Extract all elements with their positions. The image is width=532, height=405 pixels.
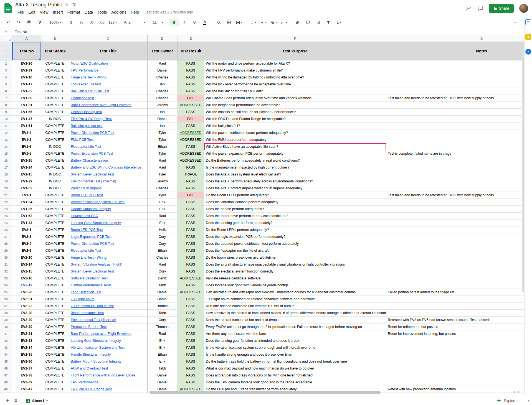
row-header-41[interactable]: 41 [0, 330, 12, 337]
cell-E21[interactable]: FAIL [178, 192, 204, 199]
cell-C41[interactable]: Baro Performance over Flight Envelope [69, 330, 147, 337]
cell-C21[interactable]: Boom LED PCB Test [69, 192, 147, 199]
cell-E9[interactable]: PASS [178, 109, 204, 116]
cell-G6[interactable] [386, 88, 524, 95]
insert-link-button[interactable] [293, 19, 303, 26]
cell-A24[interactable]: EV1-62 [12, 213, 41, 220]
test-title-link[interactable]: Baro Performance over Flight Envelope [71, 103, 131, 107]
cell-E39[interactable]: PASS [178, 317, 204, 324]
cell-G39[interactable]: Retested with EV3 as EV5 had known senso… [386, 317, 524, 324]
cell-F22[interactable]: Does the vibration isolation perform ade… [204, 199, 386, 206]
cell-G3[interactable] [386, 67, 524, 74]
test-title-link[interactable]: Ball Link & Strut Life Test [71, 89, 109, 93]
font-size-select[interactable]: 11▾ [151, 19, 165, 26]
row-header-18[interactable]: 18 [0, 171, 12, 178]
cell-D20[interactable]: Charles [147, 185, 178, 192]
cell-A25[interactable]: EV1-33 [12, 220, 41, 226]
cell-G28[interactable] [386, 240, 524, 247]
cell-A35[interactable]: EV2-20 [12, 289, 41, 296]
cell-F12[interactable]: Will the power distribution board perfor… [204, 129, 386, 136]
column-header-E[interactable]: E [178, 35, 204, 42]
cell-D6[interactable]: Charles [147, 88, 178, 95]
select-all-corner[interactable] [0, 35, 12, 42]
cell-B49[interactable]: COMPLETE [41, 386, 69, 393]
cell-C27[interactable]: Logic Expansion PCB Test [69, 233, 147, 240]
cell-G22[interactable] [386, 199, 524, 206]
header-cell-no[interactable]: Test No [12, 42, 41, 60]
cell-C17[interactable]: Battery and ESC Wiring Compass Interefen… [69, 164, 147, 171]
test-title-link[interactable]: Production Burn-in Test [71, 325, 107, 329]
cell-B44[interactable]: COMPLETE [41, 351, 69, 358]
cell-F32[interactable]: Does the electrical system function corr… [204, 268, 386, 275]
row-header-21[interactable]: 21 [0, 192, 12, 199]
cell-C13[interactable]: FMU PCB Test [69, 136, 147, 143]
row-header-25[interactable]: 25 [0, 220, 12, 226]
row-header-43[interactable]: 43 [0, 344, 12, 351]
borders-button[interactable] [224, 19, 234, 26]
cell-C6[interactable]: Ball Link & Strut Life Test [69, 88, 147, 95]
cell-E44[interactable]: PASS [178, 351, 204, 358]
cell-C37[interactable]: 100hr minimum Burn in time [69, 303, 147, 310]
cell-D3[interactable]: Daniel [147, 67, 178, 74]
cell-A26[interactable]: EV2-1 [12, 226, 41, 233]
side-panel-toggle[interactable]: › [528, 398, 529, 403]
menu-data[interactable]: Data [82, 10, 95, 15]
cell-B41[interactable]: COMPLETE [41, 330, 69, 337]
text-rotate-button[interactable]: ▾ [279, 19, 289, 26]
cell-G15[interactable]: Test is complete, failed items are in tr… [386, 150, 524, 157]
cell-D42[interactable]: Erik [147, 337, 178, 344]
cell-E10[interactable]: FAIL [178, 116, 204, 123]
row-header-4[interactable]: 4 [0, 74, 12, 81]
cell-E31[interactable]: PASS [178, 261, 204, 268]
cell-B19[interactable]: IN DOC [41, 178, 69, 185]
cell-F2[interactable]: Will the motor and drive perform accepta… [204, 60, 386, 67]
functions-button[interactable]: Σ▾ [334, 19, 344, 26]
menu-view[interactable]: View [37, 10, 50, 15]
cell-A15[interactable]: EV1-5 [12, 150, 41, 157]
all-sheets-button[interactable]: ≡ [12, 397, 19, 404]
sheet-tab-sheet1[interactable]: 1 Sheet1 ▾ [23, 396, 51, 405]
keep-icon[interactable] [525, 34, 531, 40]
cell-E46[interactable]: PASS [178, 365, 204, 372]
cell-E45[interactable]: PASS [178, 358, 204, 365]
cell-C3[interactable]: FPV Performance [69, 67, 147, 74]
cell-F17[interactable]: Is the magnetometer impacted by high cur… [204, 164, 386, 171]
cell-G23[interactable] [386, 206, 524, 213]
cell-B33[interactable]: COMPLETE [41, 275, 69, 282]
cell-F48[interactable]: Does the FPV camera footage look good an… [204, 379, 386, 386]
cell-C16[interactable]: Battery Characterization [69, 157, 147, 164]
text-color-button[interactable]: A [200, 19, 210, 26]
cell-D13[interactable]: Tyler [147, 136, 178, 143]
cell-F16[interactable]: Do the Batteries perform adequately in r… [204, 157, 386, 164]
cell-A14[interactable]: EV1-6 [12, 143, 41, 150]
cell-E35[interactable]: ADDRESSED [178, 289, 204, 296]
cell-D31[interactable]: Raul [147, 261, 178, 268]
cell-D27[interactable]: Cory [147, 233, 178, 240]
cell-F31[interactable]: Does the aircraft structure have unaccep… [204, 261, 386, 268]
test-title-link[interactable]: Environmental Test (Thermal) [71, 318, 116, 322]
cell-E14[interactable]: PASS [178, 143, 204, 150]
test-title-link[interactable]: Landing Gear Structural Integrity [71, 339, 121, 343]
cell-D19[interactable]: Jeremy [147, 178, 178, 185]
cell-F24[interactable]: Does the motor drive perform in hot / co… [204, 213, 386, 220]
cell-A31[interactable]: EV2-14 [12, 261, 41, 268]
cell-D9[interactable]: Ian [147, 109, 178, 116]
cell-A23[interactable]: EV1-35 [12, 206, 41, 213]
cell-C43[interactable]: Vibration Isolation System Life Test [69, 344, 147, 351]
cell-C22[interactable]: Vibration Isolation System Life Test [69, 199, 147, 206]
star-icon[interactable]: ☆ [65, 2, 69, 7]
cell-B23[interactable]: COMPLETE [41, 206, 69, 213]
test-title-link[interactable]: Motor/ESC Qualification [71, 62, 108, 65]
cell-G41[interactable]: Room for improvement in tuning, but pass… [386, 330, 524, 337]
row-header-15[interactable]: 15 [0, 150, 12, 157]
cell-E23[interactable]: PASS [178, 206, 204, 213]
cell-D29[interactable]: Ethan [147, 247, 178, 254]
column-header-B[interactable]: B [41, 35, 69, 42]
cell-F9[interactable]: Will the chassis be stiff enough for pay… [204, 109, 386, 116]
cell-D12[interactable]: Tyler [147, 129, 178, 136]
cell-C30[interactable]: Hinge Life Test - Wiring [69, 254, 147, 261]
cell-A45[interactable]: EV2-36 [12, 358, 41, 365]
cell-G21[interactable]: Test failed and needs to be retested at … [386, 192, 524, 199]
cell-C35[interactable]: Land Detection Test [69, 289, 147, 296]
cell-E37[interactable]: PASS [178, 303, 204, 310]
